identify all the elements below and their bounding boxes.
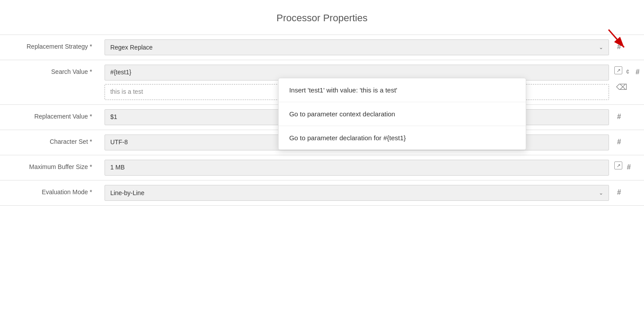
context-menu: Insert 'test1' with value: 'this is a te… [278, 78, 526, 150]
actions-maximum-buffer-size: ↗ # [613, 155, 644, 181]
replacement-strategy-value: Regex Replace [110, 44, 595, 51]
maximum-buffer-size-input[interactable]: 1 MB [105, 160, 609, 176]
row-search-value: Search Value * #{test1} this is a test I… [0, 60, 644, 105]
label-evaluation-mode: Evaluation Mode * [0, 181, 101, 206]
row-replacement-strategy: Replacement Strategy * Regex Replace ⌄ # [0, 35, 644, 60]
value-replacement-strategy: Regex Replace ⌄ [101, 35, 613, 60]
hash-btn-replacement-strategy[interactable]: # [614, 41, 624, 53]
label-character-set: Character Set * [0, 130, 101, 155]
evaluation-mode-select[interactable]: Line-by-Line ⌄ [105, 185, 609, 201]
page-title: Processor Properties [0, 9, 644, 24]
label-replacement-strategy: Replacement Strategy * [0, 35, 101, 60]
label-search-value: Search Value * [0, 60, 101, 105]
context-menu-item-3[interactable]: Go to parameter declaration for #{test1} [279, 126, 526, 150]
actions-replacement-strategy: # [613, 35, 644, 60]
context-menu-item-2[interactable]: Go to parameter context declaration [279, 102, 526, 126]
properties-table: Replacement Strategy * Regex Replace ⌄ # [0, 35, 644, 206]
value-search-value: #{test1} this is a test Insert 'test1' w… [101, 60, 613, 105]
evaluation-mode-chevron: ⌄ [599, 190, 603, 196]
actions-search-value: ↗ ¢ # ⌫ [613, 60, 644, 105]
label-replacement-value: Replacement Value * [0, 105, 101, 130]
share-icon-search-value[interactable]: ⌫ [614, 81, 629, 94]
value-evaluation-mode: Line-by-Line ⌄ [101, 181, 613, 206]
dollar-icon-search-value[interactable]: ¢ [624, 66, 631, 78]
actions-character-set: # [613, 130, 644, 155]
hash-btn-evaluation-mode[interactable]: # [614, 187, 624, 198]
expand-icon-buffer-size[interactable]: ↗ [614, 161, 622, 169]
hash-btn-search-value[interactable]: # [633, 66, 642, 78]
context-menu-item-1[interactable]: Insert 'test1' with value: 'this is a te… [279, 78, 526, 102]
hash-btn-character-set[interactable]: # [614, 136, 624, 148]
row-maximum-buffer-size: Maximum Buffer Size * 1 MB ↗ # [0, 155, 644, 181]
hash-btn-maximum-buffer-size[interactable]: # [624, 161, 633, 173]
actions-replacement-value: # [613, 105, 644, 130]
actions-evaluation-mode: # [613, 181, 644, 206]
hash-btn-replacement-value[interactable]: # [614, 111, 624, 123]
row-evaluation-mode: Evaluation Mode * Line-by-Line ⌄ # [0, 181, 644, 206]
label-maximum-buffer-size: Maximum Buffer Size * [0, 155, 101, 181]
expand-icon-search-value[interactable]: ↗ [614, 66, 622, 74]
value-maximum-buffer-size: 1 MB [101, 155, 613, 181]
evaluation-mode-value: Line-by-Line [110, 189, 595, 196]
replacement-strategy-chevron: ⌄ [599, 44, 603, 50]
replacement-strategy-select[interactable]: Regex Replace ⌄ [105, 39, 609, 55]
